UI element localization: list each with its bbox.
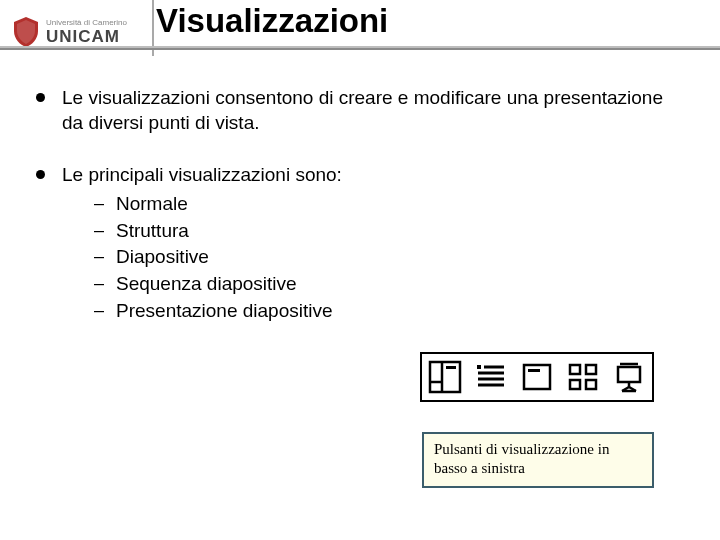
bullet-text: Le visualizzazioni consentono di creare … (62, 87, 663, 133)
normal-view-button[interactable] (422, 354, 468, 400)
sub-bullet: Sequenza diapositive (62, 272, 676, 297)
bullet-item: Le principali visualizzazioni sono: Norm… (36, 163, 676, 323)
slide-title: Visualizzazioni (156, 2, 388, 40)
svg-rect-11 (570, 365, 580, 374)
sub-list: Normale Struttura Diapositive Sequenza d… (62, 192, 676, 323)
slide-body: Le visualizzazioni consentono di creare … (36, 86, 676, 352)
slideshow-icon (612, 360, 646, 394)
outline-view-button[interactable] (468, 354, 514, 400)
slide-header: Università di Camerino UNICAM Visualizza… (0, 0, 720, 62)
caption-text: Pulsanti di visualizzazione in basso a s… (434, 441, 609, 476)
svg-rect-12 (586, 365, 596, 374)
logo-subtitle: Università di Camerino (46, 19, 127, 27)
slide-sorter-icon (566, 360, 600, 394)
svg-rect-14 (586, 380, 596, 389)
view-buttons-row (420, 352, 654, 402)
slide-view-icon (520, 360, 554, 394)
sub-bullet-text: Sequenza diapositive (116, 273, 297, 294)
sub-bullet-text: Diapositive (116, 246, 209, 267)
slideshow-button[interactable] (606, 354, 652, 400)
logo-brand: UNICAM (46, 28, 127, 45)
sub-bullet-text: Struttura (116, 220, 189, 241)
normal-view-icon (428, 360, 462, 394)
bullet-item: Le visualizzazioni consentono di creare … (36, 86, 676, 135)
sub-bullet: Struttura (62, 219, 676, 244)
sub-bullet-text: Normale (116, 193, 188, 214)
sub-bullet: Normale (62, 192, 676, 217)
svg-rect-3 (446, 366, 456, 369)
svg-rect-4 (477, 365, 481, 369)
svg-rect-9 (524, 365, 550, 389)
header-rule (0, 46, 720, 50)
logo-text: Università di Camerino UNICAM (46, 19, 127, 45)
sub-bullet-text: Presentazione diapositive (116, 300, 333, 321)
slide: Università di Camerino UNICAM Visualizza… (0, 0, 720, 540)
sub-bullet: Presentazione diapositive (62, 299, 676, 324)
bullet-text: Le principali visualizzazioni sono: (62, 164, 342, 185)
sub-bullet: Diapositive (62, 245, 676, 270)
svg-rect-13 (570, 380, 580, 389)
slide-sorter-button[interactable] (560, 354, 606, 400)
outline-view-icon (474, 360, 508, 394)
svg-rect-10 (528, 369, 540, 372)
crest-icon (10, 15, 42, 49)
caption-box: Pulsanti di visualizzazione in basso a s… (422, 432, 654, 488)
slide-view-button[interactable] (514, 354, 560, 400)
svg-rect-16 (618, 367, 640, 382)
